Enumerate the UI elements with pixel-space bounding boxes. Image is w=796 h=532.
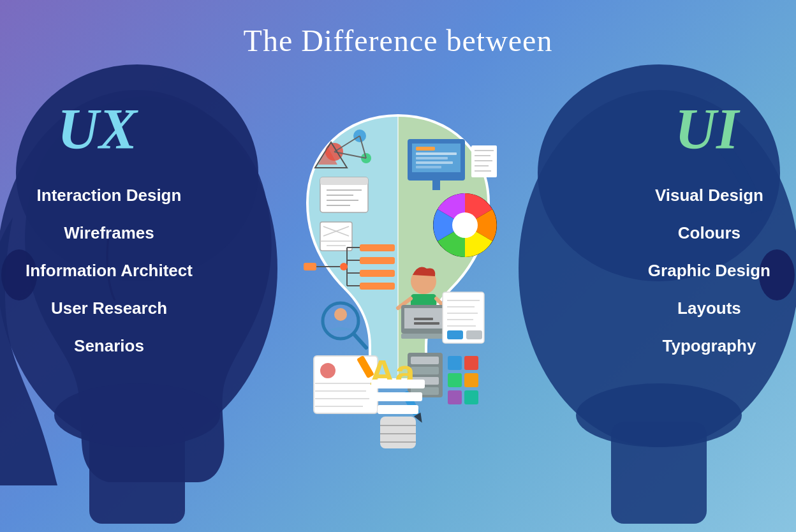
- lightbulb-container: Aa: [264, 104, 532, 487]
- svg-rect-83: [448, 356, 462, 370]
- svg-point-60: [452, 212, 478, 238]
- svg-rect-100: [371, 380, 425, 388]
- svg-rect-34: [304, 263, 316, 270]
- svg-rect-25: [360, 270, 395, 277]
- svg-rect-85: [448, 373, 462, 387]
- svg-rect-86: [464, 373, 478, 387]
- ui-item-2: Colours: [648, 223, 770, 243]
- svg-rect-51: [416, 166, 441, 168]
- svg-line-37: [355, 335, 366, 348]
- ui-item-4: Layouts: [648, 299, 770, 318]
- svg-rect-84: [464, 356, 478, 370]
- ux-item-5: Senarios: [26, 336, 193, 356]
- svg-point-39: [320, 363, 335, 378]
- ux-items-list: Interaction Design Wireframes Informatio…: [26, 186, 193, 374]
- svg-rect-18: [320, 222, 352, 251]
- page-title: The Difference between: [244, 0, 553, 58]
- svg-rect-76: [447, 330, 463, 339]
- ui-item-3: Graphic Design: [648, 261, 770, 281]
- svg-rect-77: [466, 330, 482, 339]
- svg-rect-13: [320, 177, 368, 185]
- ux-item-2: Wireframes: [26, 223, 193, 243]
- lightbulb-svg: Aa: [277, 104, 519, 474]
- svg-point-32: [340, 263, 348, 270]
- svg-rect-80: [411, 367, 439, 374]
- ux-item-1: Interaction Design: [26, 186, 193, 205]
- svg-rect-50: [416, 161, 453, 164]
- svg-point-3: [54, 383, 220, 447]
- main-content: UX UI Interaction Design Wireframes Info…: [0, 58, 796, 532]
- ux-label: UX: [57, 96, 137, 162]
- svg-rect-67: [414, 318, 433, 320]
- svg-rect-24: [360, 257, 395, 264]
- svg-rect-88: [464, 390, 478, 404]
- svg-rect-101: [374, 392, 422, 401]
- svg-rect-49: [416, 157, 448, 159]
- svg-rect-23: [360, 244, 395, 251]
- svg-rect-87: [448, 390, 462, 404]
- ui-label: UI: [675, 96, 739, 162]
- svg-rect-47: [416, 147, 435, 151]
- svg-rect-26: [360, 283, 395, 290]
- ui-items-list: Visual Design Colours Graphic Design Lay…: [648, 186, 770, 374]
- svg-rect-68: [414, 322, 439, 325]
- ui-item-5: Typography: [648, 336, 770, 356]
- ui-item-1: Visual Design: [648, 186, 770, 205]
- ux-item-4: User Research: [26, 299, 193, 318]
- svg-rect-103: [380, 417, 416, 448]
- svg-point-36: [334, 308, 347, 321]
- svg-rect-79: [411, 357, 439, 364]
- svg-rect-48: [416, 152, 457, 155]
- ux-item-3: Information Architect: [26, 261, 193, 281]
- svg-rect-69: [401, 334, 446, 339]
- svg-point-8: [576, 383, 742, 447]
- svg-rect-52: [432, 181, 440, 190]
- svg-rect-102: [378, 405, 418, 414]
